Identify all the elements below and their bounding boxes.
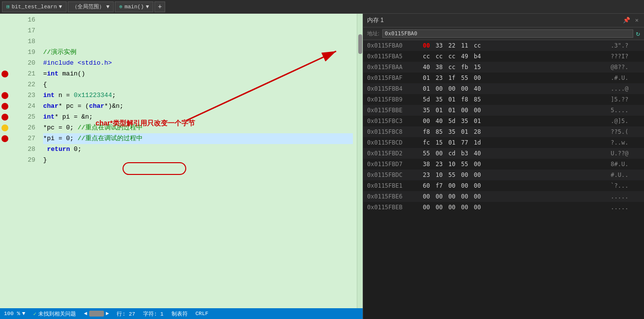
mem-addr-14: 0x0115FBE6	[367, 193, 421, 200]
bp-25[interactable]	[1, 114, 8, 121]
mem-addr-0: 0x0115FBA0	[367, 42, 421, 49]
code-line-17	[43, 25, 353, 36]
code-line-20: #include <stdio.h>	[43, 58, 353, 69]
scrollbar-thumb[interactable]	[358, 34, 362, 54]
mem-addr-6: 0x0115FBBE	[367, 107, 421, 114]
mem-ascii-9: ?..w.	[611, 139, 640, 146]
memory-header-icons: 📌 ✕	[621, 16, 640, 25]
memory-panel: 内存 1 📌 ✕ 地址: ↻ 0x0115FBA0 00 33 22 11 cc	[363, 14, 644, 319]
mem-byte-0-2: 22	[446, 42, 457, 49]
memory-row-1: 0x0115FBA5 cc cc cc 49 b4 ???I?	[363, 51, 644, 62]
mem-bytes-13: 60 f7 00 00 00	[421, 182, 607, 189]
mem-bytes-8: f8 85 35 01 28	[421, 128, 607, 135]
mem-ascii-3: .#.U.	[611, 74, 640, 81]
bp-26[interactable]	[1, 124, 8, 131]
mem-addr-2: 0x0115FBAA	[367, 64, 421, 71]
annotation-label: char*类型解引用只改变一个字节	[96, 119, 195, 128]
bp-19	[1, 49, 8, 56]
breakpoint-column	[0, 14, 10, 308]
mem-byte-0-4: cc	[472, 42, 483, 49]
mem-ascii-1: ???I?	[611, 53, 640, 60]
mem-bytes-11: 38 23 10 55 00	[421, 161, 607, 168]
tab-info: 制表符	[172, 310, 188, 318]
code-line-21: =int main()	[43, 69, 353, 79]
refresh-icon[interactable]: ↻	[636, 29, 640, 38]
line-ending-info: CRLF	[196, 311, 208, 317]
memory-row-8: 0x0115FBC8 f8 85 35 01 28 ??5.(	[363, 126, 644, 137]
char-cast: char	[89, 102, 104, 110]
mem-ascii-14: .....	[611, 193, 640, 200]
mem-bytes-10: 55 00 cd b3 40	[421, 150, 607, 157]
zoom-arrow: ▼	[22, 311, 25, 317]
col-text: 字符: 1	[143, 310, 164, 318]
mem-bytes-2: 40 38 cc fb 15	[421, 64, 607, 71]
mem-addr-8: 0x0115FBC8	[367, 128, 421, 135]
mem-bytes-14: 00 00 00 00 00	[421, 193, 607, 200]
bp-29	[1, 157, 8, 164]
bp-16	[1, 17, 8, 24]
tab-text: 制表符	[172, 310, 188, 318]
top-toolbar: ⊞ bit_test_learn ▼ （全局范围） ▼ ⊕ main() ▼ +	[0, 0, 644, 14]
memory-row-14: 0x0115FBE6 00 00 00 00 00 .....	[363, 191, 644, 202]
mem-ascii-15: .....	[611, 204, 640, 211]
mem-addr-15: 0x0115FBEB	[367, 204, 421, 211]
mem-ascii-5: ]5.??	[611, 96, 640, 103]
mem-addr-9: 0x0115FBCD	[367, 139, 421, 146]
pin-icon[interactable]: 📌	[621, 16, 632, 25]
col-info: 字符: 1	[143, 310, 164, 318]
file-icon: ⊞	[6, 3, 10, 10]
mem-ascii-11: 8#.U.	[611, 161, 640, 168]
memory-title: 内存 1	[367, 16, 384, 25]
scope-dropdown[interactable]: （全局范围） ▼	[68, 1, 114, 12]
circle-highlight	[123, 162, 186, 175]
line-numbers: 16 17 18 19 20 21 22 23 24 25 26 27 28 2…	[10, 14, 39, 308]
memory-content: 0x0115FBA0 00 33 22 11 cc .3".? 0x0115FB…	[363, 40, 644, 319]
code-content[interactable]: //演示实例 #include <stdio.h> =int main() { …	[39, 14, 357, 308]
bp-17	[1, 27, 8, 34]
function-dropdown[interactable]: ⊕ main() ▼	[115, 1, 153, 12]
main-area: char*类型解引用只改变一个字节	[0, 14, 644, 319]
zoom-level: 100 % ▼	[4, 311, 25, 317]
function-label: main()	[124, 4, 144, 10]
bp-23[interactable]	[1, 92, 8, 99]
row-text: 行: 27	[117, 310, 135, 318]
int-keyword-25: int	[43, 113, 54, 121]
mem-bytes-5: 5d 35 01 f8 85	[421, 96, 607, 103]
mem-bytes-4: 01 00 00 00 40	[421, 85, 607, 92]
code-line-27: *pi = 0; //重点在调试的过程中	[43, 133, 353, 144]
memory-row-0: 0x0115FBA0 00 33 22 11 cc .3".?	[363, 40, 644, 51]
mem-addr-3: 0x0115FBAF	[367, 74, 421, 81]
memory-row-5: 0x0115FBB9 5d 35 01 f8 85 ]5.??	[363, 94, 644, 105]
nav-scrollbar[interactable]	[89, 311, 104, 317]
mem-addr-4: 0x0115FBB4	[367, 85, 421, 92]
file-name: bit_test_learn	[12, 4, 57, 10]
file-dropdown[interactable]: ⊞ bit_test_learn ▼	[2, 1, 67, 12]
address-input[interactable]	[382, 29, 633, 38]
bp-21[interactable]	[1, 71, 8, 77]
memory-row-2: 0x0115FBAA 40 38 cc fb 15 @8??.	[363, 62, 644, 73]
status-bar: 100 % ▼ ✓ 未找到相关问题 ◄ ► 行: 27 字符: 1 制表符	[0, 308, 363, 319]
code-line-25: int* pi = &n;	[43, 112, 353, 123]
code-line-29: }	[43, 155, 353, 166]
mem-ascii-6: 5....	[611, 107, 640, 114]
add-tab-button[interactable]: +	[154, 1, 165, 12]
check-icon: ✓	[33, 311, 37, 317]
char-keyword-24: char	[43, 102, 58, 110]
main-func: main()	[62, 70, 85, 77]
mem-byte-0-3: 11	[459, 42, 470, 49]
nav-left-icon[interactable]: ◄	[84, 311, 87, 317]
line-ending-text: CRLF	[196, 311, 208, 317]
memory-row-6: 0x0115FBBE 35 01 01 00 00 5....	[363, 105, 644, 116]
bp-24[interactable]	[1, 103, 8, 110]
mem-bytes-7: 00 40 5d 35 01	[421, 118, 607, 124]
nav-right-icon[interactable]: ►	[106, 311, 109, 317]
editor-scrollbar[interactable]	[357, 14, 363, 308]
mem-ascii-4: ....@	[611, 85, 640, 92]
close-icon[interactable]: ✕	[634, 16, 640, 25]
int-keyword-23: int	[43, 92, 54, 99]
memory-row-12: 0x0115FBDC 23 10 55 00 00 #.U..	[363, 170, 644, 180]
memory-row-11: 0x0115FBD7 38 23 10 55 00 8#.U.	[363, 159, 644, 170]
mem-ascii-13: `?...	[611, 182, 640, 189]
memory-address-bar: 地址: ↻	[363, 27, 644, 40]
bp-27[interactable]	[1, 135, 8, 142]
